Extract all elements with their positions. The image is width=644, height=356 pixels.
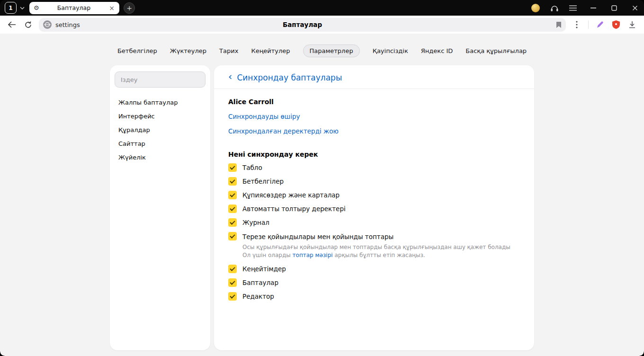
sync-option-history[interactable]: Журнал xyxy=(228,218,520,227)
gear-icon: ⚙ xyxy=(34,5,39,11)
sidebar-item-sites[interactable]: Сайттар xyxy=(115,137,206,151)
sync-option-label: Журнал xyxy=(242,218,269,227)
sync-option-label: Табло xyxy=(242,163,262,172)
pen-icon[interactable] xyxy=(593,18,607,32)
checkbox-checked-icon[interactable] xyxy=(228,191,237,199)
tab-downloads[interactable]: Жүктеулер xyxy=(170,47,206,54)
panel-header: ‹ Синхрондау баптаулары xyxy=(214,65,534,89)
checkbox-checked-icon[interactable] xyxy=(228,218,237,227)
url-text[interactable]: settings xyxy=(55,21,80,28)
sync-option-label: Редактор xyxy=(242,292,274,301)
sync-option-autofill[interactable]: Автоматты толтыру деректері xyxy=(228,205,520,213)
browser-menu-icon[interactable] xyxy=(569,5,577,11)
search-input[interactable] xyxy=(115,71,206,88)
sidebar-item-tools[interactable]: Құралдар xyxy=(115,123,206,137)
toolbar: settings Баптаулар xyxy=(0,16,644,34)
settings-nav-tabs: Бетбелгілер Жүктеулер Тарих Кеңейтулер П… xyxy=(0,34,644,65)
sidebar-item-interface[interactable]: Интерфейс xyxy=(115,109,206,123)
back-button[interactable] xyxy=(5,18,19,32)
tab-bookmarks[interactable]: Бетбелгілер xyxy=(117,47,157,54)
description-line-1: Осы құрылғыдағы қойындылар мен топтарды … xyxy=(242,244,510,250)
address-bar[interactable]: settings Баптаулар xyxy=(39,18,566,32)
sync-option-tabs-groups-text: Терезе қойындылары мен қойынды топтары О… xyxy=(242,232,510,259)
sync-settings-panel: ‹ Синхрондау баптаулары Alice Carroll Си… xyxy=(214,65,534,350)
close-button[interactable] xyxy=(631,4,639,12)
sync-option-settings[interactable]: Баптаулар xyxy=(228,278,520,287)
protect-shield-icon[interactable] xyxy=(609,18,623,32)
download-icon[interactable] xyxy=(625,18,639,32)
new-tab-button[interactable]: + xyxy=(124,2,135,14)
bookmark-icon[interactable] xyxy=(556,21,562,28)
maximize-button[interactable] xyxy=(610,4,618,12)
kebab-menu-icon[interactable] xyxy=(570,18,584,32)
description-line-2-prefix: Ол үшін оларды xyxy=(242,252,293,258)
checkbox-checked-icon[interactable] xyxy=(228,163,237,172)
sync-option-label: Автоматты толтыру деректері xyxy=(242,205,346,213)
sync-option-label: Бетбелгілер xyxy=(242,177,284,186)
sync-option-bookmarks[interactable]: Бетбелгілер xyxy=(228,177,520,186)
tab-close-icon[interactable]: × xyxy=(108,5,115,11)
section-title: Нені синхрондау керек xyxy=(228,151,520,158)
toolbar-divider xyxy=(588,20,589,29)
titlebar: 1 ⚙ Баптаулар × + xyxy=(0,0,644,16)
settings-columns: Жалпы баптаулар Интерфейс Құралдар Сайтт… xyxy=(110,65,534,356)
tab-security[interactable]: Қауіпсіздік xyxy=(373,47,408,54)
page-title: Баптаулар xyxy=(39,21,566,28)
settings-sidebar: Жалпы баптаулар Интерфейс Құралдар Сайтт… xyxy=(110,65,210,350)
tab-counter-button[interactable]: 1 xyxy=(5,2,17,14)
sync-option-scoreboard[interactable]: Табло xyxy=(228,163,520,172)
checkbox-checked-icon[interactable] xyxy=(228,205,237,213)
back-chevron-icon[interactable]: ‹ xyxy=(228,72,232,82)
tab-title: Баптаулар xyxy=(39,4,109,11)
minimize-button[interactable] xyxy=(589,4,598,12)
sync-option-tabs-groups[interactable]: Терезе қойындылары мен қойынды топтары О… xyxy=(228,232,520,259)
checkbox-checked-icon[interactable] xyxy=(228,177,237,186)
panel-title: Синхрондау баптаулары xyxy=(237,73,342,82)
sync-option-editor[interactable]: Редактор xyxy=(228,292,520,301)
settings-page: Бетбелгілер Жүктеулер Тарих Кеңейтулер П… xyxy=(0,34,644,356)
checkbox-checked-icon[interactable] xyxy=(228,265,237,273)
browser-tab-settings[interactable]: ⚙ Баптаулар × xyxy=(29,2,119,14)
description-line-2-suffix: арқылы бұлтты етіп жасаңыз. xyxy=(333,252,425,258)
sync-option-label: Терезе қойындылары мен қойынды топтары xyxy=(242,233,394,240)
tabs-chevron-down-icon[interactable] xyxy=(20,7,25,9)
tab-groups-menu-link[interactable]: топтар мәзірі xyxy=(293,252,333,258)
sync-option-extensions[interactable]: Кеңейтімдер xyxy=(228,265,520,273)
account-name: Alice Carroll xyxy=(228,98,520,106)
sidebar-item-system[interactable]: Жүйелік xyxy=(115,151,206,164)
sidebar-item-general[interactable]: Жалпы баптаулар xyxy=(115,96,206,109)
tab-other-devices[interactable]: Басқа құрылғылар xyxy=(465,47,527,54)
delete-synced-data-link[interactable]: Синхрондалған деректерді жою xyxy=(228,127,520,135)
sync-option-label: Құпиясөздер және карталар xyxy=(242,191,340,199)
checkbox-checked-icon[interactable] xyxy=(228,232,237,240)
reload-button[interactable] xyxy=(21,18,35,32)
browser-window: 1 ⚙ Баптаулар × + xyxy=(0,0,644,356)
sync-option-label: Баптаулар xyxy=(242,278,278,287)
tab-history[interactable]: Тарих xyxy=(219,47,238,54)
panel-body: Alice Carroll Синхрондауды өшіру Синхрон… xyxy=(214,89,534,310)
sync-option-label: Кеңейтімдер xyxy=(242,265,286,273)
tab-settings[interactable]: Параметрлер xyxy=(303,44,360,57)
sidebar-items: Жалпы баптаулар Интерфейс Құралдар Сайтт… xyxy=(115,96,206,164)
headset-icon[interactable] xyxy=(550,4,559,12)
tab-extensions[interactable]: Кеңейтулер xyxy=(251,47,290,54)
checkbox-checked-icon[interactable] xyxy=(228,292,237,301)
site-badge-icon xyxy=(43,20,52,29)
disable-sync-link[interactable]: Синхрондауды өшіру xyxy=(228,113,520,120)
tab-yandex-id[interactable]: Яндекс ID xyxy=(421,47,453,54)
titlebar-right xyxy=(531,4,639,12)
checkbox-checked-icon[interactable] xyxy=(228,278,237,287)
sync-option-description: Осы құрылғыдағы қойындылар мен топтарды … xyxy=(242,243,510,259)
profile-avatar[interactable] xyxy=(531,4,540,12)
sync-option-passwords-cards[interactable]: Құпиясөздер және карталар xyxy=(228,191,520,199)
